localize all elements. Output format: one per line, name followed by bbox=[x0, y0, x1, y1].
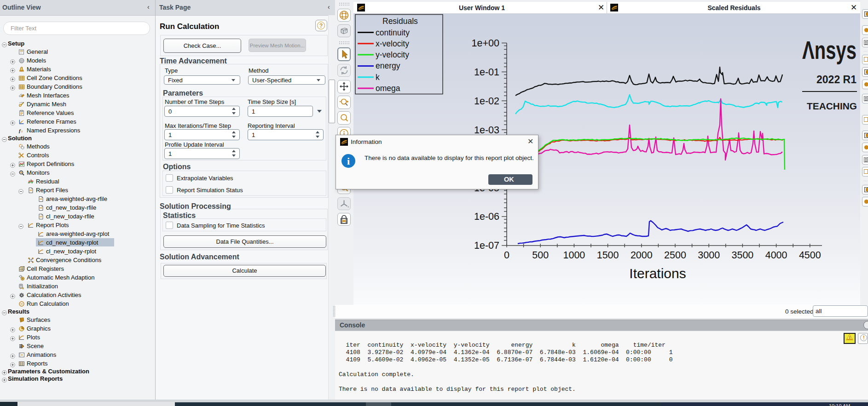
svg-text:3000: 3000 bbox=[698, 250, 720, 261]
svg-text:x-velocity: x-velocity bbox=[376, 39, 409, 48]
svg-text:TEACHING: TEACHING bbox=[807, 101, 857, 111]
svg-text:2022 R1: 2022 R1 bbox=[816, 74, 856, 86]
svg-text:t=0: t=0 bbox=[20, 287, 24, 290]
svg-text:y-velocity: y-velocity bbox=[376, 50, 409, 59]
svg-text:Iterations: Iterations bbox=[629, 266, 686, 281]
svg-text:3500: 3500 bbox=[731, 250, 753, 261]
svg-text:1500: 1500 bbox=[597, 250, 619, 261]
svg-text:0: 0 bbox=[504, 250, 509, 261]
svg-text:Λnsys: Λnsys bbox=[802, 35, 856, 64]
svg-text:4000: 4000 bbox=[765, 250, 787, 261]
svg-text:omega: omega bbox=[376, 84, 400, 93]
svg-text:1e-01: 1e-01 bbox=[474, 67, 499, 78]
svg-text:2500: 2500 bbox=[664, 250, 686, 261]
svg-text:1000: 1000 bbox=[563, 250, 585, 261]
svg-text:4500: 4500 bbox=[799, 250, 821, 261]
svg-text:Residuals: Residuals bbox=[382, 17, 418, 26]
svg-text:1e-07: 1e-07 bbox=[474, 240, 499, 251]
svg-text:energy: energy bbox=[376, 61, 400, 70]
svg-text:2000: 2000 bbox=[631, 250, 653, 261]
svg-text:x: x bbox=[21, 129, 23, 133]
svg-text:1e-03: 1e-03 bbox=[474, 125, 499, 136]
svg-text:500: 500 bbox=[532, 250, 549, 261]
svg-text:k: k bbox=[376, 73, 380, 82]
svg-text:1e-02: 1e-02 bbox=[474, 96, 499, 107]
svg-text:continuity: continuity bbox=[376, 28, 410, 37]
svg-text:1e+00: 1e+00 bbox=[472, 38, 499, 49]
svg-text:1e-06: 1e-06 bbox=[474, 211, 499, 222]
